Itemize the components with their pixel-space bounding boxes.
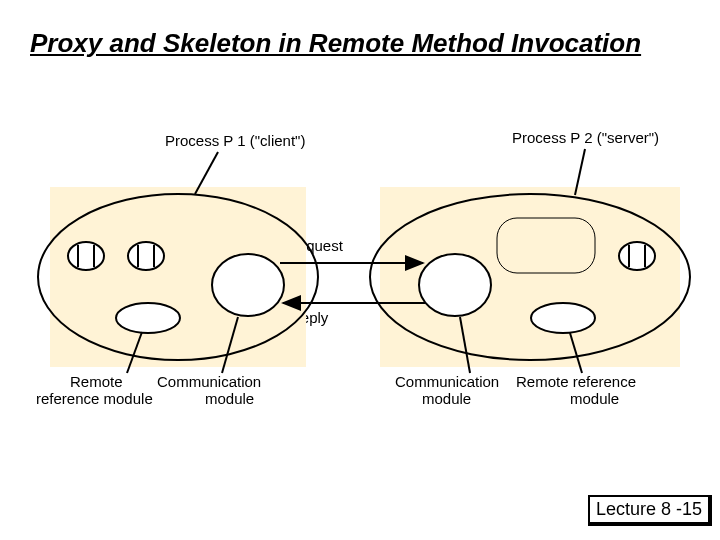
comm-client-oval bbox=[212, 254, 284, 316]
diagram-stage: Process P 1 ("client") Process P 2 ("ser… bbox=[0, 0, 720, 540]
remote-obj-b-oval bbox=[619, 242, 655, 270]
remote-ref-client-oval bbox=[116, 303, 180, 333]
remote-ref-server-oval bbox=[531, 303, 595, 333]
diagram-svg bbox=[0, 0, 720, 540]
proxy-b-oval bbox=[128, 242, 164, 270]
object-a-oval bbox=[68, 242, 104, 270]
comm-server-oval bbox=[419, 254, 491, 316]
lecture-badge: Lecture 8 -15 bbox=[588, 495, 712, 526]
